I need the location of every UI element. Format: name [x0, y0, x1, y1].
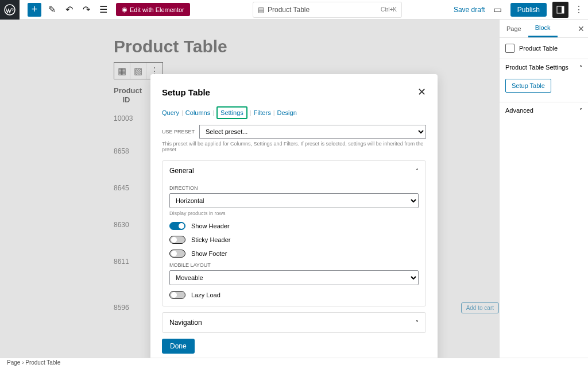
shortcut-hint: Ctrl+K: [381, 6, 397, 13]
list-view-icon[interactable]: ☰: [96, 3, 110, 17]
top-toolbar: + ✎ ↶ ↷ ☰ ◉ Edit with Elementor ▤ Produc…: [0, 0, 588, 20]
block-type-icon: [505, 44, 514, 53]
mobile-layout-label: MOBILE LAYOUT: [169, 262, 419, 268]
elementor-icon: ◉: [122, 6, 127, 13]
show-footer-toggle[interactable]: [169, 250, 185, 258]
tab-page[interactable]: Page: [500, 21, 528, 37]
chevron-up-icon: ˄: [416, 168, 419, 174]
add-block-button[interactable]: +: [28, 3, 41, 17]
save-draft-button[interactable]: Save draft: [454, 6, 485, 14]
show-header-label: Show Header: [191, 223, 230, 229]
chevron-up-icon: ˄: [579, 64, 582, 71]
chevron-down-icon: ˅: [579, 108, 582, 114]
block-name-label: Product Table: [519, 45, 558, 52]
sticky-header-label: Sticky Header: [191, 236, 230, 243]
panel-navigation-header[interactable]: Navigation ˅: [163, 313, 425, 332]
lazy-load-toggle[interactable]: [169, 291, 185, 299]
preset-select[interactable]: Select preset...: [199, 125, 426, 139]
tab-design[interactable]: Design: [277, 109, 297, 116]
sticky-header-toggle[interactable]: [169, 236, 185, 244]
direction-label: DIRECTION: [169, 185, 419, 191]
section-label: Product Table Settings: [505, 64, 568, 71]
tab-separator: |: [181, 109, 183, 116]
tab-columns[interactable]: Columns: [185, 109, 210, 116]
block-info: Product Table: [500, 38, 588, 59]
preview-icon[interactable]: ▭: [491, 3, 505, 17]
modal-tabs: Query | Columns | Settings | Filters | D…: [162, 106, 426, 119]
more-options-icon[interactable]: ⋮: [574, 4, 583, 15]
svg-rect-2: [562, 6, 564, 13]
doc-title-text: Product Table: [268, 6, 310, 14]
document-title-input[interactable]: ▤ Product Table Ctrl+K: [253, 2, 402, 18]
section-advanced[interactable]: Advanced ˅: [500, 102, 588, 118]
sidebar-close-icon[interactable]: ✕: [578, 24, 585, 33]
redo-icon[interactable]: ↷: [79, 3, 93, 17]
tab-filters[interactable]: Filters: [254, 109, 271, 116]
chevron-down-icon: ˅: [416, 320, 419, 326]
edit-with-elementor-button[interactable]: ◉ Edit with Elementor: [116, 3, 190, 16]
tab-separator: |: [212, 109, 214, 116]
panel-general: General ˄ DIRECTION Horizontal Display p…: [162, 160, 426, 306]
lazy-load-label: Lazy Load: [191, 292, 220, 298]
setup-table-modal: Setup Table ✕ Query | Columns | Settings…: [150, 74, 438, 365]
tab-settings[interactable]: Settings: [216, 106, 247, 119]
direction-hint: Display products in rows: [169, 210, 419, 216]
edit-icon[interactable]: ✎: [45, 3, 59, 17]
elementor-label: Edit with Elementor: [130, 6, 184, 13]
show-header-toggle[interactable]: [169, 222, 185, 230]
section-product-table-settings[interactable]: Product Table Settings ˄: [500, 59, 588, 75]
panel-title: General: [169, 167, 194, 175]
tab-separator: |: [273, 109, 275, 116]
preset-hint: This preset will be applied for Columns,…: [162, 141, 426, 152]
page-icon: ▤: [258, 6, 264, 14]
modal-title: Setup Table: [162, 87, 210, 97]
direction-select[interactable]: Horizontal: [169, 193, 419, 208]
breadcrumb: Page › Product Table: [0, 358, 588, 368]
mobile-layout-select[interactable]: Moveable: [169, 270, 419, 285]
wordpress-logo[interactable]: [0, 0, 20, 20]
panel-general-header[interactable]: General ˄: [163, 161, 425, 181]
show-footer-label: Show Footer: [191, 250, 227, 257]
sidebar-toggle-button[interactable]: [552, 2, 568, 18]
panel-title: Navigation: [169, 319, 202, 327]
tab-query[interactable]: Query: [162, 109, 179, 116]
panel-navigation: Navigation ˅: [162, 312, 426, 333]
undo-icon[interactable]: ↶: [62, 3, 76, 17]
modal-close-icon[interactable]: ✕: [417, 86, 426, 98]
settings-sidebar: Page Block ✕ Product Table Product Table…: [499, 20, 588, 358]
setup-table-button[interactable]: Setup Table: [505, 79, 551, 93]
tab-separator: |: [250, 109, 252, 116]
section-label: Advanced: [505, 107, 533, 114]
use-preset-label: USE PRESET: [162, 129, 195, 135]
publish-button[interactable]: Publish: [510, 3, 547, 17]
done-button[interactable]: Done: [162, 339, 195, 354]
tab-block[interactable]: Block: [528, 20, 558, 37]
